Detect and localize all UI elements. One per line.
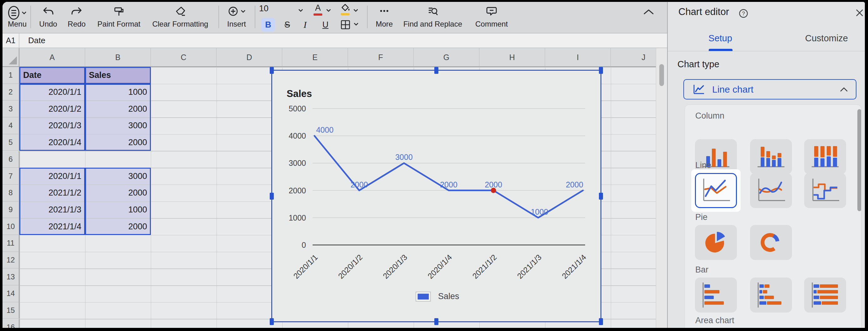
- cell-A2[interactable]: 2020/1/1: [20, 84, 85, 101]
- thumb-100-stacked-column-chart[interactable]: [804, 139, 846, 174]
- cell-A1[interactable]: Date: [20, 67, 85, 84]
- row-header-6[interactable]: 6: [2, 151, 20, 168]
- thumb-smooth-line-chart[interactable]: [750, 173, 792, 208]
- row-header-4[interactable]: 4: [2, 117, 20, 134]
- chart-resize-handle[interactable]: [434, 67, 438, 74]
- cell-A10[interactable]: 2021/1/4: [20, 218, 85, 235]
- row-header-8[interactable]: 8: [2, 185, 20, 202]
- redo-button[interactable]: Redo: [64, 3, 90, 32]
- collapse-toolbar-icon[interactable]: [643, 9, 654, 15]
- gallery-scrollbar-thumb[interactable]: [857, 109, 861, 211]
- row-header-7[interactable]: 7: [2, 168, 20, 185]
- scrollbar-thumb[interactable]: [659, 64, 664, 86]
- column-header-G[interactable]: G: [414, 48, 479, 67]
- tab-customize[interactable]: Customize: [799, 25, 854, 51]
- cell-A4[interactable]: 2020/1/3: [20, 117, 85, 134]
- row-header-16[interactable]: 16: [2, 319, 20, 328]
- select-all-triangle-icon: [9, 56, 17, 64]
- cell-A3[interactable]: 2020/1/2: [20, 100, 85, 117]
- text-color-chevron-icon[interactable]: [326, 9, 331, 12]
- thumb-stacked-bar-chart[interactable]: [750, 277, 792, 312]
- cell-B10[interactable]: 2000: [85, 218, 151, 235]
- thumb-pie-chart[interactable]: [695, 225, 737, 260]
- strikethrough-button[interactable]: S: [280, 18, 294, 32]
- row-header-2[interactable]: 2: [2, 84, 20, 101]
- italic-button[interactable]: I: [298, 18, 312, 32]
- column-header-I[interactable]: I: [545, 48, 611, 67]
- cell-B2[interactable]: 1000: [85, 84, 151, 101]
- text-color-button[interactable]: A: [313, 4, 322, 16]
- column-header-J[interactable]: J: [611, 48, 656, 67]
- embedded-chart[interactable]: Sales01000200030004000500040002000300020…: [271, 70, 601, 322]
- chart-resize-handle[interactable]: [270, 193, 274, 200]
- thumb-donut-chart[interactable]: [750, 225, 792, 260]
- thumb-bar-chart[interactable]: [695, 277, 737, 312]
- chart-resize-handle[interactable]: [599, 193, 603, 200]
- cell-B4[interactable]: 3000: [85, 117, 151, 134]
- cell-B7[interactable]: 3000: [85, 168, 151, 185]
- cell-B5[interactable]: 2000: [85, 134, 151, 151]
- stacked-bar-chart-icon: [754, 281, 788, 309]
- row-header-14[interactable]: 14: [2, 285, 20, 302]
- thumb-stacked-column-chart[interactable]: [750, 139, 792, 174]
- row-header-3[interactable]: 3: [2, 100, 20, 117]
- sheet-vertical-scrollbar[interactable]: [656, 48, 667, 328]
- row-header-1[interactable]: 1: [2, 67, 20, 84]
- insert-button[interactable]: Insert: [221, 3, 252, 32]
- cell-B1[interactable]: Sales: [85, 67, 151, 84]
- comment-button[interactable]: Comment: [471, 3, 512, 32]
- cell-A8[interactable]: 2021/1/2: [20, 185, 85, 202]
- row-header-13[interactable]: 13: [2, 268, 20, 285]
- fill-color-chevron-icon[interactable]: [353, 9, 358, 12]
- hundred-percent-stacked-bar-chart-icon: [808, 281, 842, 309]
- column-header-D[interactable]: D: [217, 48, 282, 67]
- close-icon[interactable]: [856, 9, 864, 17]
- undo-button[interactable]: Undo: [35, 3, 61, 32]
- chart-resize-handle[interactable]: [599, 67, 603, 74]
- chart-type-dropdown[interactable]: Line chart: [683, 79, 857, 99]
- cell-B3[interactable]: 2000: [85, 100, 151, 117]
- chart-resize-handle[interactable]: [599, 318, 603, 325]
- tab-setup[interactable]: Setup: [696, 25, 744, 51]
- select-all-corner[interactable]: [2, 48, 20, 67]
- row-header-11[interactable]: 11: [2, 235, 20, 252]
- cell-B8[interactable]: 2000: [85, 185, 151, 202]
- find-replace-button[interactable]: Find and Replace: [399, 3, 466, 32]
- thumb-100-stacked-bar-chart[interactable]: [804, 277, 846, 312]
- column-header-E[interactable]: E: [282, 48, 348, 67]
- column-header-C[interactable]: C: [151, 48, 217, 67]
- column-header-A[interactable]: A: [20, 48, 85, 67]
- borders-button[interactable]: [339, 18, 352, 32]
- cell-A5[interactable]: 2020/1/4: [20, 134, 85, 151]
- more-button[interactable]: More: [370, 3, 399, 32]
- thumb-line-chart-selected[interactable]: [695, 173, 737, 208]
- clear-formatting-button[interactable]: Clear Formatting: [148, 3, 213, 32]
- column-header-H[interactable]: H: [479, 48, 545, 67]
- cell-A7[interactable]: 2020/1/1: [20, 168, 85, 185]
- bold-button[interactable]: B: [261, 18, 275, 32]
- chart-resize-handle[interactable]: [434, 318, 438, 325]
- chart-resize-handle[interactable]: [270, 67, 274, 74]
- borders-chevron-icon[interactable]: [353, 23, 359, 26]
- chart-resize-handle[interactable]: [270, 318, 274, 325]
- underline-button[interactable]: U: [318, 18, 332, 32]
- menu-button[interactable]: Menu: [4, 3, 30, 32]
- cell-reference-box[interactable]: A1: [2, 33, 20, 48]
- row-header-12[interactable]: 12: [2, 252, 20, 269]
- row-header-15[interactable]: 15: [2, 302, 20, 319]
- cell-A9[interactable]: 2021/1/3: [20, 202, 85, 218]
- row-header-10[interactable]: 10: [2, 218, 20, 235]
- thumb-stepped-line-chart[interactable]: [804, 173, 846, 208]
- font-size-value[interactable]: 10: [259, 4, 269, 13]
- column-header-B[interactable]: B: [85, 48, 151, 67]
- row-header-9[interactable]: 9: [2, 202, 20, 218]
- column-header-F[interactable]: F: [348, 48, 414, 67]
- help-icon[interactable]: ?: [739, 8, 748, 19]
- fill-color-button[interactable]: [340, 3, 350, 15]
- cell-B9[interactable]: 1000: [85, 202, 151, 218]
- formula-input[interactable]: Date: [28, 36, 45, 46]
- paint-format-button[interactable]: Paint Format: [93, 3, 145, 32]
- font-size-chevron-icon[interactable]: [298, 9, 303, 12]
- chevron-down-icon: [22, 11, 27, 14]
- row-header-5[interactable]: 5: [2, 134, 20, 151]
